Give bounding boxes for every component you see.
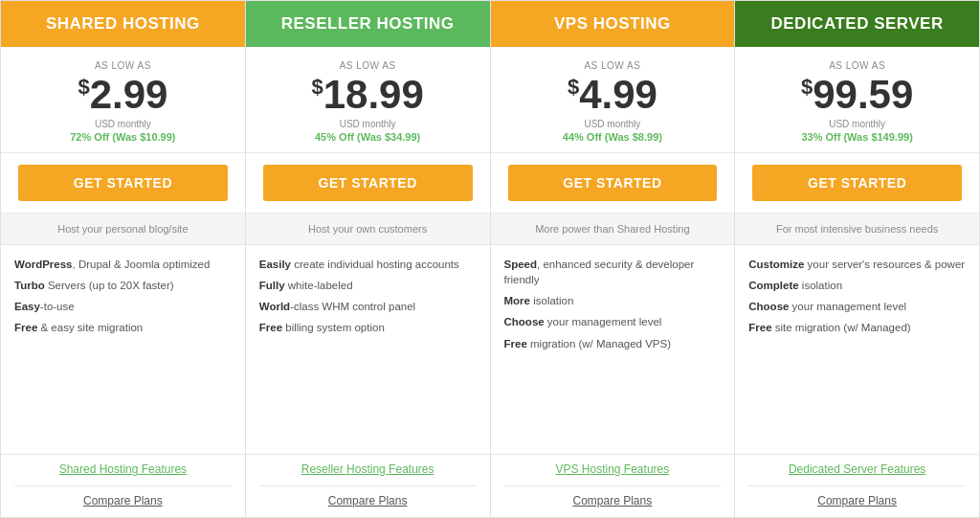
compare-link-dedicated[interactable]: Compare Plans <box>748 485 966 507</box>
as-low-as-label-reseller: AS LOW AS <box>256 60 480 71</box>
get-started-button-dedicated[interactable]: GET STARTED <box>752 165 962 201</box>
plan-pricing-dedicated: AS LOW AS $99.59 USD monthly 33% Off (Wa… <box>735 47 979 153</box>
plan-tagline-reseller: Host your own customers <box>246 213 490 245</box>
pricing-table: SHARED HOSTING AS LOW AS $2.99 USD month… <box>0 0 980 518</box>
plan-features-vps: Speed, enhanced security & developer fri… <box>491 245 735 454</box>
feature-item: Speed, enhanced security & developer fri… <box>504 257 722 287</box>
feature-item: Complete isolation <box>748 278 966 293</box>
usd-monthly-vps: USD monthly <box>501 119 725 129</box>
feature-item: Free site migration (w/ Managed) <box>748 320 966 335</box>
feature-item: Choose your management level <box>504 314 722 329</box>
feature-item: Free & easy site migration <box>14 320 232 335</box>
plan-vps: VPS HOSTING AS LOW AS $4.99 USD monthly … <box>491 1 736 517</box>
plan-header-dedicated: DEDICATED SERVER <box>735 1 979 47</box>
plan-pricing-shared: AS LOW AS $2.99 USD monthly 72% Off (Was… <box>1 47 245 153</box>
compare-link-reseller[interactable]: Compare Plans <box>259 485 477 507</box>
feature-item: World-class WHM control panel <box>259 299 477 314</box>
plan-header-reseller: RESELLER HOSTING <box>246 1 490 47</box>
plan-tagline-shared: Host your personal blog/site <box>1 213 245 245</box>
plan-tagline-dedicated: For most intensive business needs <box>735 213 979 245</box>
plan-footer-shared: Shared Hosting Features Compare Plans <box>1 454 245 517</box>
price-vps: $4.99 <box>501 73 725 117</box>
feature-item: More isolation <box>504 293 722 308</box>
as-low-as-label-vps: AS LOW AS <box>501 60 725 71</box>
discount-vps: 44% Off (Was $8.99) <box>501 131 725 143</box>
get-started-button-vps[interactable]: GET STARTED <box>508 165 718 201</box>
features-link-reseller[interactable]: Reseller Hosting Features <box>259 462 477 476</box>
as-low-as-label-dedicated: AS LOW AS <box>745 60 969 71</box>
compare-link-shared[interactable]: Compare Plans <box>14 485 232 507</box>
features-link-vps[interactable]: VPS Hosting Features <box>504 462 722 476</box>
plan-features-shared: WordPress, Drupal & Joomla optimizedTurb… <box>1 245 245 454</box>
price-reseller: $18.99 <box>256 73 480 117</box>
features-link-shared[interactable]: Shared Hosting Features <box>14 462 232 476</box>
plan-pricing-vps: AS LOW AS $4.99 USD monthly 44% Off (Was… <box>491 47 735 153</box>
plan-footer-reseller: Reseller Hosting Features Compare Plans <box>246 454 490 517</box>
plan-shared: SHARED HOSTING AS LOW AS $2.99 USD month… <box>1 1 246 517</box>
discount-dedicated: 33% Off (Was $149.99) <box>745 131 969 143</box>
usd-monthly-shared: USD monthly <box>11 119 235 129</box>
plan-reseller: RESELLER HOSTING AS LOW AS $18.99 USD mo… <box>246 1 491 517</box>
get-started-button-shared[interactable]: GET STARTED <box>18 165 228 201</box>
plan-features-reseller: Easily create individual hosting account… <box>246 245 490 454</box>
plan-features-dedicated: Customize your server's resources & powe… <box>735 245 979 454</box>
feature-item: WordPress, Drupal & Joomla optimized <box>14 257 232 272</box>
feature-item: Turbo Servers (up to 20X faster) <box>14 278 232 293</box>
plan-footer-vps: VPS Hosting Features Compare Plans <box>491 454 735 517</box>
price-shared: $2.99 <box>11 73 235 117</box>
plan-header-shared: SHARED HOSTING <box>1 1 245 47</box>
plan-tagline-vps: More power than Shared Hosting <box>491 213 735 245</box>
feature-item: Customize your server's resources & powe… <box>748 257 966 272</box>
price-dedicated: $99.59 <box>745 73 969 117</box>
discount-shared: 72% Off (Was $10.99) <box>11 131 235 143</box>
features-link-dedicated[interactable]: Dedicated Server Features <box>748 462 966 476</box>
compare-link-vps[interactable]: Compare Plans <box>504 485 722 507</box>
feature-item: Free migration (w/ Managed VPS) <box>504 336 722 351</box>
get-started-button-reseller[interactable]: GET STARTED <box>263 165 473 201</box>
plan-header-vps: VPS HOSTING <box>491 1 735 47</box>
as-low-as-label-shared: AS LOW AS <box>11 60 235 71</box>
usd-monthly-dedicated: USD monthly <box>745 119 969 129</box>
plan-pricing-reseller: AS LOW AS $18.99 USD monthly 45% Off (Wa… <box>246 47 490 153</box>
plan-dedicated: DEDICATED SERVER AS LOW AS $99.59 USD mo… <box>735 1 979 517</box>
feature-item: Fully white-labeled <box>259 278 477 293</box>
feature-item: Easy-to-use <box>14 299 232 314</box>
feature-item: Free billing system option <box>259 320 477 335</box>
usd-monthly-reseller: USD monthly <box>256 119 480 129</box>
feature-item: Easily create individual hosting account… <box>259 257 477 272</box>
plan-footer-dedicated: Dedicated Server Features Compare Plans <box>735 454 979 517</box>
discount-reseller: 45% Off (Was $34.99) <box>256 131 480 143</box>
feature-item: Choose your management level <box>748 299 966 314</box>
